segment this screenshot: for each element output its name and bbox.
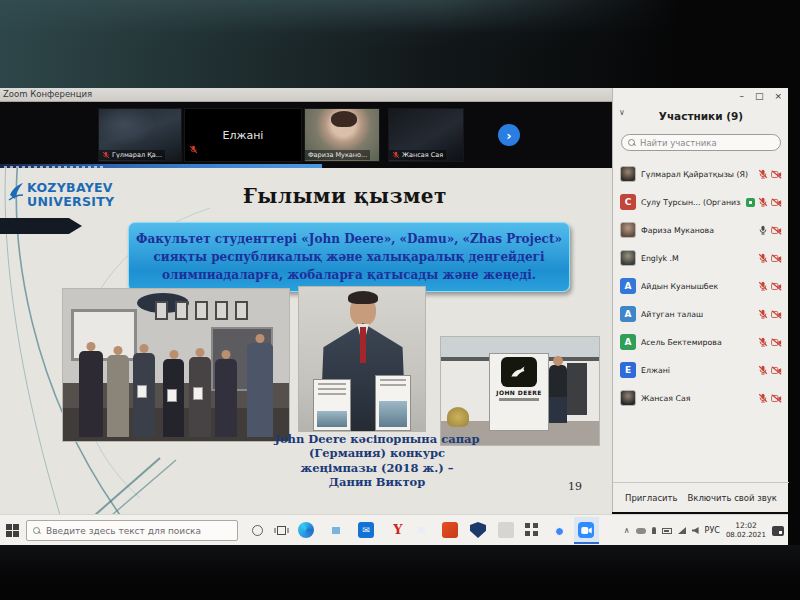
- mic-muted-icon: [758, 197, 768, 207]
- camera-off-icon: [771, 338, 782, 347]
- grid-app-icon[interactable]: [524, 522, 540, 538]
- certificate: [167, 389, 177, 402]
- camera-off-icon: [771, 366, 782, 375]
- certificate: [193, 387, 203, 400]
- university-logo: KOZYBAYEV UNIVERSITY: [8, 181, 114, 209]
- certificate: [137, 385, 147, 398]
- participants-panel: – □ × ∨ Участники (9) Найти участника Гү…: [612, 88, 788, 512]
- taskbar-clock[interactable]: 12:02 08.02.2021: [726, 521, 766, 541]
- next-participants-button[interactable]: ›: [498, 124, 520, 146]
- wall-frame: [235, 301, 248, 320]
- tile-name-label: Фариза Мукано...: [308, 151, 367, 159]
- participant-name: Жансая Сая: [641, 394, 753, 403]
- camera-off-icon: [771, 170, 782, 179]
- unmute-button[interactable]: Включить свой звук: [687, 493, 777, 503]
- wall-frame: [215, 301, 228, 320]
- avatar: [620, 250, 636, 266]
- slide-page-number: 19: [568, 480, 582, 493]
- edge-icon[interactable]: [298, 522, 314, 538]
- participant-name: Гүлмарал Қайратқызы (Я): [641, 170, 753, 179]
- network-icon[interactable]: [678, 527, 686, 534]
- mic-muted-icon: [758, 253, 768, 263]
- tray-expand-icon[interactable]: ∧: [624, 526, 630, 535]
- avatar: А: [620, 278, 636, 294]
- onedrive-icon[interactable]: [636, 528, 646, 534]
- envelope-icon: ✉: [362, 525, 370, 535]
- task-view-icon[interactable]: [274, 524, 289, 537]
- participant-row[interactable]: С Сулу Турсын... (Организатор): [613, 188, 789, 216]
- participant-search-input[interactable]: Найти участника: [621, 134, 781, 151]
- video-tile-fariza[interactable]: Фариза Мукано...: [304, 108, 380, 162]
- start-button[interactable]: [6, 524, 19, 537]
- tile-name-label: Елжані: [223, 129, 264, 142]
- doorway: [567, 363, 587, 415]
- mic-muted-icon: [189, 145, 198, 154]
- wall-frame: [175, 301, 188, 320]
- system-tray: ∧ РУС 12:02 08.02.2021: [624, 515, 784, 546]
- participant-row[interactable]: А Айтуган талаш: [613, 300, 789, 328]
- yandex-icon[interactable]: Y: [390, 522, 406, 538]
- tile-name-label: Гүлмарал Қа...: [112, 151, 162, 159]
- office-icon[interactable]: [442, 522, 458, 538]
- participant-name: Айдын Куанышбек: [641, 282, 753, 291]
- highlight-line2: сияқты республикалық және халықаралық де…: [129, 248, 569, 266]
- mail-icon[interactable]: ✉: [358, 522, 374, 538]
- caption-line: Данин Виктор: [252, 475, 502, 489]
- avatar: [620, 222, 636, 238]
- avatar: Е: [620, 362, 636, 378]
- person-figure: [549, 365, 567, 423]
- volume-icon[interactable]: [692, 527, 699, 534]
- john-deere-photo: JOHN DEERE: [440, 336, 600, 446]
- person-figure: [215, 359, 237, 437]
- minimize-button[interactable]: –: [739, 91, 744, 101]
- participant-row[interactable]: Гүлмарал Қайратқызы (Я): [613, 160, 789, 188]
- app-icon-faint[interactable]: [498, 522, 514, 538]
- battery-icon[interactable]: [662, 528, 672, 534]
- cortana-icon[interactable]: [252, 525, 263, 536]
- certificate: [375, 375, 411, 431]
- participant-name: Елжані: [641, 366, 753, 375]
- zoom-icon[interactable]: [578, 522, 594, 538]
- close-button[interactable]: ×: [774, 91, 782, 101]
- shield-icon[interactable]: [470, 522, 486, 538]
- video-tile-zhansaya[interactable]: Жансая Сая: [388, 108, 464, 162]
- mic-tray-icon[interactable]: [652, 527, 656, 534]
- participant-row[interactable]: Фариза Муканова: [613, 216, 789, 244]
- photo-of-laptop-screen: Zoom Конференция Гүлмарал Қа... Елжані Ф…: [0, 0, 800, 600]
- video-tile-elzhani[interactable]: Елжані: [184, 108, 302, 162]
- person-figure: [247, 343, 273, 437]
- video-strip: Гүлмарал Қа... Елжані Фариза Мукано... Ж…: [0, 102, 612, 168]
- mic-muted-icon: [102, 151, 110, 159]
- avatar: А: [620, 334, 636, 350]
- participant-name: Фариза Муканова: [641, 226, 753, 235]
- participant-row[interactable]: А Асель Бектемирова: [613, 328, 789, 356]
- clock-date: 08.02.2021: [726, 531, 766, 539]
- logo-line2: UNIVERSITY: [27, 195, 114, 209]
- camera-off-icon: [771, 310, 782, 319]
- participant-name: Сулу Турсын... (Организатор): [641, 198, 741, 207]
- mic-muted-icon: [758, 393, 768, 403]
- laptop-deck: [0, 545, 800, 600]
- wall-frame: [155, 301, 168, 320]
- caption-line: John Deere кәсіпорнына сапар: [252, 432, 502, 446]
- chevron-right-icon: ›: [506, 129, 511, 142]
- participant-row[interactable]: Е Елжані: [613, 356, 789, 384]
- participant-row[interactable]: Englyk .M: [613, 244, 789, 272]
- participant-row[interactable]: А Айдын Куанышбек: [613, 272, 789, 300]
- participants-title: Участники (9): [613, 110, 789, 122]
- mic-muted-icon: [758, 169, 768, 179]
- caption-line: (Германия) конкурс: [252, 446, 502, 460]
- action-center-icon[interactable]: [772, 526, 784, 536]
- participant-row[interactable]: Жансая Сая: [613, 384, 789, 412]
- maximize-button[interactable]: □: [755, 91, 764, 101]
- video-tile-gulmaral[interactable]: Гүлмарал Қа...: [98, 108, 182, 162]
- wall-frame: [195, 301, 208, 320]
- mic-muted-icon: [758, 281, 768, 291]
- language-indicator[interactable]: РУС: [705, 526, 720, 535]
- invite-button[interactable]: Пригласить: [625, 493, 678, 503]
- taskbar-search-input[interactable]: Введите здесь текст для поиска: [26, 520, 238, 541]
- mic-muted-icon: [758, 309, 768, 319]
- background-ambient: [0, 0, 800, 88]
- laptop-screen: Zoom Конференция Гүлмарал Қа... Елжані Ф…: [0, 88, 788, 545]
- logo-line1: KOZYBAYEV: [27, 181, 114, 195]
